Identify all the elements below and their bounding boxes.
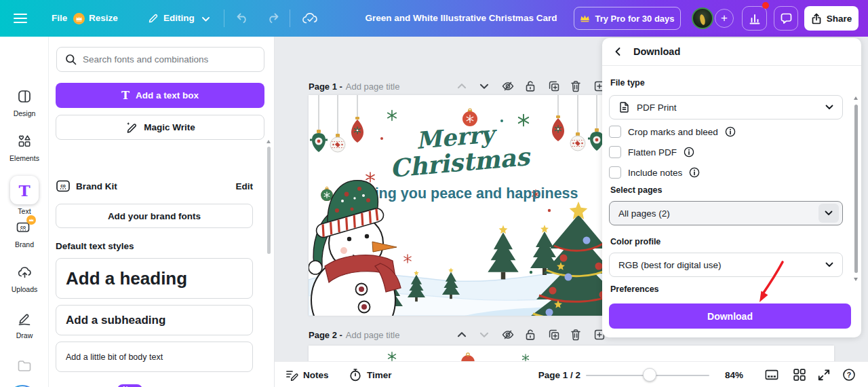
download-button[interactable]: Download [609,303,851,329]
include-notes-label: Include notes [628,168,682,178]
page2-label: Page 2 - [309,330,342,340]
page1-title-placeholder[interactable]: Add page title [346,81,400,92]
page2-title-placeholder[interactable]: Add page title [346,330,400,340]
duplicate-page-icon[interactable] [548,329,560,341]
elements-icon [17,134,32,149]
magic-write-button[interactable]: Magic Write [56,115,264,140]
add-subheading-item[interactable]: Add a subheading [56,305,253,335]
insights-button[interactable] [742,6,767,31]
share-button[interactable]: Share [804,6,859,31]
move-page-up-icon [456,80,468,92]
editing-mode-menu[interactable]: Editing [163,0,195,37]
add-heading-item[interactable]: Add a heading [56,258,253,299]
move-page-down-icon[interactable] [478,80,490,92]
try-pro-button[interactable]: Try Pro for 30 days [574,7,681,30]
crop-marks-checkbox[interactable] [609,126,621,138]
share-icon [811,13,822,24]
avatar[interactable] [692,7,713,29]
file-type-label: File type [610,78,645,88]
add-text-box-button[interactable]: T Add a text box [56,83,264,108]
search-box[interactable] [56,47,264,72]
crop-marks-row: Crop marks and bleed [609,125,736,139]
sidebar-item-draw[interactable]: Draw [0,311,49,339]
delete-page-icon[interactable] [570,329,582,341]
sidebar-rail: Design Elements T Text co [0,37,49,387]
duplicate-page-icon[interactable] [548,80,560,92]
flatten-pdf-checkbox[interactable] [609,146,621,158]
color-profile-label: Color profile [610,237,660,246]
pages-view-icon[interactable] [765,368,778,382]
comments-button[interactable] [774,6,798,31]
sidebar-item-elements[interactable]: Elements [0,134,49,162]
color-profile-select[interactable]: RGB (best for digital use) [609,253,843,277]
back-icon[interactable] [613,46,624,57]
brand-kit-edit-link[interactable]: Edit [236,181,254,191]
lock-page-icon[interactable] [524,329,536,341]
brand-kit-icon: co [56,179,71,193]
share-label: Share [827,14,852,24]
info-icon[interactable] [725,126,736,137]
add-brand-fonts-button[interactable]: Add your brand fonts [56,204,253,228]
crown-icon [73,13,85,24]
add-body-text-item[interactable]: Add a little bit of body text [56,342,253,372]
move-page-up-icon[interactable] [456,329,468,341]
redo-icon[interactable] [267,12,279,24]
sidebar-item-design[interactable]: Design [0,89,49,117]
chevron-down-icon [825,105,833,110]
chevron-down-icon [825,262,833,268]
sidebar-item-text[interactable]: T Text [0,176,49,218]
scroll-down-arrow[interactable] [854,278,858,281]
sidebar-label: Design [0,109,49,117]
sidebar-item-brand[interactable]: co Brand [0,219,49,248]
include-notes-row: Include notes [609,166,700,179]
search-input[interactable] [83,54,256,64]
hide-page-icon[interactable] [502,329,514,341]
pencil-icon [148,13,159,24]
magic-assistant-button[interactable] [7,384,37,387]
scrollbar-thumb[interactable] [854,105,858,273]
scroll-up-arrow[interactable] [267,140,271,143]
text-panel: T Add a text box Magic Write co Brand Ki… [49,37,275,387]
document-title[interactable]: Green and White Illustrative Christmas C… [312,0,610,37]
brand-kit-row: co Brand Kit Edit [56,179,253,194]
file-menu[interactable]: File [52,0,67,37]
greeting-line2[interactable]: Christmas [389,142,532,183]
delete-page-icon[interactable] [570,80,582,92]
panel-scrollbar[interactable] [267,139,271,387]
timer-label: Timer [367,370,392,380]
hamburger-menu-icon[interactable] [14,14,27,23]
notes-button[interactable]: Notes [285,362,329,387]
notes-icon [285,368,298,382]
add-member-button[interactable]: + [715,9,734,28]
uploads-icon [17,265,33,280]
svg-text:co: co [20,225,26,229]
canva-editor: File Resize Editing Green and White Illu… [0,0,868,387]
lock-page-icon[interactable] [524,80,536,92]
download-panel: Download File type PDF Print Crop marks … [602,38,861,337]
info-icon[interactable] [689,167,700,178]
hide-page-icon[interactable] [502,80,514,92]
help-icon[interactable]: ? [842,368,856,382]
panel-scrollbar[interactable] [854,95,859,300]
include-notes-checkbox[interactable] [609,166,621,179]
zoom-percent[interactable]: 84% [725,362,743,387]
grid-view-icon[interactable] [793,368,806,382]
resize-menu[interactable]: Resize [89,0,118,37]
select-pages-select[interactable]: All pages (2) [609,201,843,225]
crown-badge [26,215,36,225]
move-page-down-icon [478,329,490,341]
divider [290,10,290,27]
sidebar-item-projects[interactable] [0,359,49,375]
scroll-up-arrow[interactable] [854,96,858,100]
fullscreen-icon[interactable] [817,368,831,382]
add-text-box-label: Add a text box [136,90,199,100]
zoom-slider-thumb[interactable] [643,368,656,382]
info-icon[interactable] [684,147,694,158]
scrollbar-thumb[interactable] [267,147,271,254]
flatten-pdf-label: Flatten PDF [628,147,677,158]
timer-button[interactable]: Timer [349,362,392,387]
magic-pencil-icon [125,121,138,134]
sidebar-item-uploads[interactable]: Uploads [0,265,49,293]
undo-icon[interactable] [236,12,249,24]
file-type-select[interactable]: PDF Print [609,95,843,119]
